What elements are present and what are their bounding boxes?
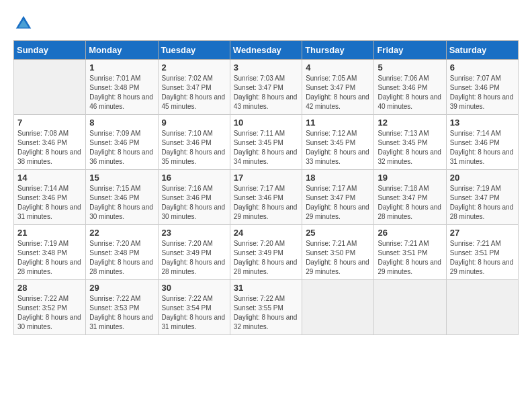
day-cell: 21Sunrise: 7:19 AMSunset: 3:48 PMDayligh… xyxy=(14,225,86,280)
col-friday: Friday xyxy=(374,41,446,60)
day-number: 27 xyxy=(450,228,515,238)
day-info: Sunrise: 7:19 AMSunset: 3:47 PMDaylight:… xyxy=(450,184,515,222)
day-info: Sunrise: 7:15 AMSunset: 3:46 PMDaylight:… xyxy=(89,184,154,222)
day-info: Sunrise: 7:07 AMSunset: 3:46 PMDaylight:… xyxy=(450,74,515,111)
day-number: 4 xyxy=(306,62,370,73)
header-row: Sunday Monday Tuesday Wednesday Thursday… xyxy=(14,41,519,60)
col-sunday: Sunday xyxy=(14,41,86,60)
week-row-4: 21Sunrise: 7:19 AMSunset: 3:48 PMDayligh… xyxy=(14,225,519,280)
day-number: 11 xyxy=(306,118,370,128)
day-cell: 1Sunrise: 7:01 AMSunset: 3:48 PMDaylight… xyxy=(86,60,158,115)
day-cell: 6Sunrise: 7:07 AMSunset: 3:46 PMDaylight… xyxy=(446,60,518,115)
day-info: Sunrise: 7:05 AMSunset: 3:47 PMDaylight:… xyxy=(306,74,370,111)
day-info: Sunrise: 7:11 AMSunset: 3:45 PMDaylight:… xyxy=(234,129,298,167)
day-cell: 15Sunrise: 7:15 AMSunset: 3:46 PMDayligh… xyxy=(86,170,158,225)
day-number: 8 xyxy=(89,118,154,128)
col-tuesday: Tuesday xyxy=(158,41,230,60)
day-info: Sunrise: 7:14 AMSunset: 3:46 PMDaylight:… xyxy=(450,129,515,167)
day-number: 23 xyxy=(162,228,226,238)
day-cell xyxy=(374,280,446,335)
col-wednesday: Wednesday xyxy=(230,41,302,60)
logo xyxy=(13,13,36,34)
col-saturday: Saturday xyxy=(446,41,518,60)
day-number: 29 xyxy=(89,283,154,293)
day-number: 1 xyxy=(89,62,154,73)
day-cell xyxy=(446,280,518,335)
day-cell xyxy=(14,60,86,115)
day-cell: 25Sunrise: 7:21 AMSunset: 3:50 PMDayligh… xyxy=(302,225,374,280)
day-info: Sunrise: 7:09 AMSunset: 3:46 PMDaylight:… xyxy=(89,129,154,167)
day-cell: 14Sunrise: 7:14 AMSunset: 3:46 PMDayligh… xyxy=(14,170,86,225)
day-number: 31 xyxy=(234,283,298,293)
day-cell xyxy=(302,280,374,335)
day-number: 30 xyxy=(162,283,226,293)
day-info: Sunrise: 7:08 AMSunset: 3:46 PMDaylight:… xyxy=(17,129,82,167)
day-number: 15 xyxy=(89,173,154,183)
day-info: Sunrise: 7:21 AMSunset: 3:50 PMDaylight:… xyxy=(306,239,370,277)
day-cell: 26Sunrise: 7:21 AMSunset: 3:51 PMDayligh… xyxy=(374,225,446,280)
day-info: Sunrise: 7:21 AMSunset: 3:51 PMDaylight:… xyxy=(450,239,515,277)
day-cell: 12Sunrise: 7:13 AMSunset: 3:45 PMDayligh… xyxy=(374,115,446,170)
day-cell: 9Sunrise: 7:10 AMSunset: 3:46 PMDaylight… xyxy=(158,115,230,170)
day-number: 17 xyxy=(234,173,298,183)
day-info: Sunrise: 7:22 AMSunset: 3:55 PMDaylight:… xyxy=(234,294,298,332)
day-number: 2 xyxy=(162,62,226,73)
page-header xyxy=(13,13,519,34)
day-info: Sunrise: 7:20 AMSunset: 3:49 PMDaylight:… xyxy=(234,239,298,277)
week-row-2: 7Sunrise: 7:08 AMSunset: 3:46 PMDaylight… xyxy=(14,115,519,170)
day-number: 13 xyxy=(450,118,515,128)
day-cell: 8Sunrise: 7:09 AMSunset: 3:46 PMDaylight… xyxy=(86,115,158,170)
week-row-5: 28Sunrise: 7:22 AMSunset: 3:52 PMDayligh… xyxy=(14,280,519,335)
day-info: Sunrise: 7:06 AMSunset: 3:46 PMDaylight:… xyxy=(378,74,442,111)
day-info: Sunrise: 7:17 AMSunset: 3:46 PMDaylight:… xyxy=(234,184,298,222)
day-info: Sunrise: 7:17 AMSunset: 3:47 PMDaylight:… xyxy=(306,184,370,222)
day-cell: 18Sunrise: 7:17 AMSunset: 3:47 PMDayligh… xyxy=(302,170,374,225)
day-cell: 3Sunrise: 7:03 AMSunset: 3:47 PMDaylight… xyxy=(230,60,302,115)
col-monday: Monday xyxy=(86,41,158,60)
day-number: 10 xyxy=(234,118,298,128)
day-cell: 19Sunrise: 7:18 AMSunset: 3:47 PMDayligh… xyxy=(374,170,446,225)
day-cell: 11Sunrise: 7:12 AMSunset: 3:45 PMDayligh… xyxy=(302,115,374,170)
day-info: Sunrise: 7:03 AMSunset: 3:47 PMDaylight:… xyxy=(234,74,298,111)
day-cell: 4Sunrise: 7:05 AMSunset: 3:47 PMDaylight… xyxy=(302,60,374,115)
day-number: 12 xyxy=(378,118,442,128)
day-cell: 16Sunrise: 7:16 AMSunset: 3:46 PMDayligh… xyxy=(158,170,230,225)
day-number: 19 xyxy=(378,173,442,183)
day-info: Sunrise: 7:13 AMSunset: 3:45 PMDaylight:… xyxy=(378,129,442,167)
day-info: Sunrise: 7:21 AMSunset: 3:51 PMDaylight:… xyxy=(378,239,442,277)
day-number: 6 xyxy=(450,62,515,73)
day-cell: 29Sunrise: 7:22 AMSunset: 3:53 PMDayligh… xyxy=(86,280,158,335)
day-info: Sunrise: 7:20 AMSunset: 3:49 PMDaylight:… xyxy=(162,239,226,277)
logo-icon xyxy=(13,13,34,34)
day-info: Sunrise: 7:22 AMSunset: 3:53 PMDaylight:… xyxy=(89,294,154,332)
day-number: 3 xyxy=(234,62,298,73)
day-number: 26 xyxy=(378,228,442,238)
day-info: Sunrise: 7:22 AMSunset: 3:54 PMDaylight:… xyxy=(162,294,226,332)
day-info: Sunrise: 7:22 AMSunset: 3:52 PMDaylight:… xyxy=(17,294,82,332)
day-cell: 28Sunrise: 7:22 AMSunset: 3:52 PMDayligh… xyxy=(14,280,86,335)
day-cell: 30Sunrise: 7:22 AMSunset: 3:54 PMDayligh… xyxy=(158,280,230,335)
day-cell: 27Sunrise: 7:21 AMSunset: 3:51 PMDayligh… xyxy=(446,225,518,280)
day-number: 14 xyxy=(17,173,82,183)
day-number: 24 xyxy=(234,228,298,238)
day-number: 7 xyxy=(17,118,82,128)
day-number: 21 xyxy=(17,228,82,238)
day-cell: 23Sunrise: 7:20 AMSunset: 3:49 PMDayligh… xyxy=(158,225,230,280)
day-number: 9 xyxy=(162,118,226,128)
day-cell: 22Sunrise: 7:20 AMSunset: 3:48 PMDayligh… xyxy=(86,225,158,280)
day-number: 22 xyxy=(89,228,154,238)
day-info: Sunrise: 7:12 AMSunset: 3:45 PMDaylight:… xyxy=(306,129,370,167)
day-cell: 10Sunrise: 7:11 AMSunset: 3:45 PMDayligh… xyxy=(230,115,302,170)
day-info: Sunrise: 7:20 AMSunset: 3:48 PMDaylight:… xyxy=(89,239,154,277)
day-number: 5 xyxy=(378,62,442,73)
day-info: Sunrise: 7:01 AMSunset: 3:48 PMDaylight:… xyxy=(89,74,154,111)
calendar-body: 1Sunrise: 7:01 AMSunset: 3:48 PMDaylight… xyxy=(14,60,519,335)
day-info: Sunrise: 7:18 AMSunset: 3:47 PMDaylight:… xyxy=(378,184,442,222)
day-cell: 31Sunrise: 7:22 AMSunset: 3:55 PMDayligh… xyxy=(230,280,302,335)
day-cell: 13Sunrise: 7:14 AMSunset: 3:46 PMDayligh… xyxy=(446,115,518,170)
day-number: 20 xyxy=(450,173,515,183)
day-number: 16 xyxy=(162,173,226,183)
day-cell: 20Sunrise: 7:19 AMSunset: 3:47 PMDayligh… xyxy=(446,170,518,225)
day-number: 18 xyxy=(306,173,370,183)
day-info: Sunrise: 7:14 AMSunset: 3:46 PMDaylight:… xyxy=(17,184,82,222)
